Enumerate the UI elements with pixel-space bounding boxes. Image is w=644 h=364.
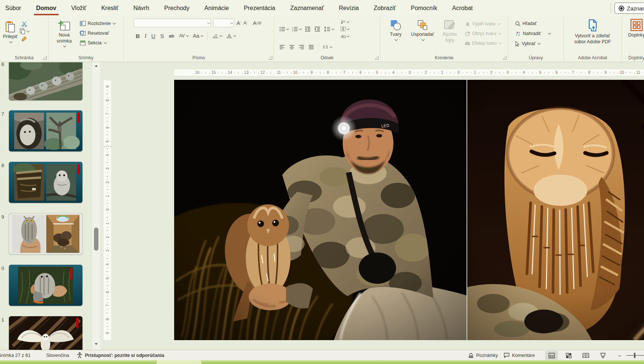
zoom-out-button[interactable]: − — [616, 351, 623, 360]
slide-thumbnail-31[interactable] — [9, 316, 82, 350]
font-color-button[interactable]: A — [226, 34, 235, 38]
menu-animacie[interactable]: Animácie — [197, 0, 236, 16]
menu-vlozit[interactable]: Vložiť — [64, 0, 94, 16]
menu-prezentacia[interactable]: Prezentácia — [236, 0, 283, 16]
shadow-button[interactable]: S — [160, 33, 164, 39]
slide-thumbnail-30[interactable] — [9, 265, 82, 306]
scissors-icon — [21, 21, 27, 27]
replace-label: Nahradiť — [523, 31, 541, 36]
vertical-ruler[interactable]: 9876543210123456789 — [104, 80, 111, 340]
view-reading-button[interactable] — [579, 351, 592, 360]
align-right-button[interactable] — [299, 45, 304, 50]
format-painter-button[interactable] — [20, 36, 29, 42]
strikethrough-button[interactable]: ab — [169, 33, 174, 39]
font-size-combo[interactable] — [213, 19, 234, 27]
columns-button[interactable] — [323, 45, 332, 49]
addins-button[interactable]: Doplnky — [622, 16, 644, 38]
view-slideshow-button[interactable] — [597, 351, 609, 360]
align-left-button[interactable] — [279, 45, 285, 50]
zoom-slider-thumb[interactable] — [634, 353, 635, 358]
group-label-addins: Doplnky — [622, 55, 644, 60]
section-button[interactable]: Sekcia — [79, 38, 116, 48]
menu-zaznamenat[interactable]: Zaznamenať — [283, 0, 332, 16]
underline-button[interactable]: U — [151, 33, 155, 39]
character-spacing-button[interactable]: AV — [179, 33, 188, 38]
slide-thumbnail-29[interactable] — [9, 213, 82, 254]
align-center-button[interactable] — [289, 45, 295, 50]
v-ruler-number: 4 — [105, 262, 110, 267]
language-indicator[interactable]: Slovenčina — [46, 353, 69, 358]
menu-prechody[interactable]: Prechody — [157, 0, 197, 16]
copy-button[interactable] — [20, 28, 29, 34]
arrange-chevron-icon — [421, 38, 424, 41]
reset-button[interactable]: Resetovať — [79, 28, 116, 38]
view-sorter-button[interactable] — [562, 351, 575, 360]
menu-acrobat[interactable]: Acrobat — [445, 0, 480, 16]
find-button[interactable]: Hľadať — [514, 19, 563, 28]
slide-thumbnail-26[interactable] — [9, 62, 82, 100]
new-slide-button[interactable]: Nová snímka — [51, 17, 78, 48]
convert-smartart-button[interactable] — [340, 34, 349, 38]
notes-button[interactable]: Poznámky — [468, 353, 498, 358]
arrange-button[interactable]: Usporiadať — [407, 16, 438, 47]
font-size-chevron-icon — [230, 21, 233, 24]
replace-button[interactable]: b c Nahradiť — [514, 29, 563, 38]
shapes-button[interactable]: Tvary — [384, 16, 407, 47]
increase-font-button[interactable]: Aˆ — [236, 19, 241, 27]
layout-button[interactable]: Rozloženie — [79, 19, 116, 28]
slide-counter[interactable]: Snímka 27 z 61 — [0, 353, 31, 358]
shape-outline-button[interactable]: Obrys tvaru — [464, 29, 502, 38]
bullets-button[interactable] — [279, 26, 288, 32]
accessibility-check[interactable]: Prístupnosť: pozrite si odporúčania — [76, 352, 164, 358]
menu-domov[interactable]: Domov — [29, 0, 64, 16]
quick-styles-button[interactable]: Rýchle štýly — [438, 16, 462, 47]
text-direction-button[interactable]: A — [340, 19, 349, 24]
menu-kreslit[interactable]: Kresliť — [94, 0, 126, 16]
change-case-button[interactable]: Aa — [193, 33, 202, 39]
clear-formatting-button[interactable]: A⌫ — [253, 19, 261, 27]
font-dialog-launcher[interactable] — [268, 56, 272, 60]
menu-zobrazit[interactable]: Zobraziť — [366, 0, 403, 16]
shape-effects-button[interactable]: Efekty tvaru — [464, 39, 502, 47]
cut-button[interactable] — [20, 21, 29, 27]
view-normal-button[interactable] — [545, 351, 558, 360]
bold-button[interactable]: B — [136, 33, 140, 39]
decrease-font-button[interactable]: Aˇ — [244, 19, 248, 27]
slide-thumbnail-28[interactable] — [9, 162, 82, 203]
thumb-number: 6 — [0, 62, 4, 67]
italic-button[interactable]: I — [145, 33, 147, 39]
drawing-dialog-launcher[interactable] — [503, 56, 506, 60]
menu-revizia[interactable]: Revízia — [332, 0, 366, 16]
thumbnail-scrollbar[interactable] — [92, 62, 100, 350]
line-spacing-button[interactable] — [324, 26, 333, 32]
replace-chevron-icon — [548, 31, 551, 34]
clipboard-dialog-launcher[interactable] — [43, 56, 47, 60]
record-button[interactable]: Zaznamenať — [615, 3, 644, 14]
paste-button[interactable]: Prilepiť — [3, 18, 18, 43]
numbering-button[interactable]: 123 — [292, 26, 301, 32]
comments-button[interactable]: Komentáre — [503, 352, 535, 358]
align-text-button[interactable] — [340, 26, 349, 31]
decrease-indent-button[interactable] — [305, 26, 311, 32]
menu-pomocnik[interactable]: Pomocník — [403, 0, 444, 16]
scrollbar-thumb[interactable] — [94, 228, 98, 251]
slide-photo-left[interactable]: LED — [174, 80, 466, 340]
scroll-down-icon[interactable] — [94, 342, 98, 346]
create-pdf-button[interactable]: Vytvoriť a zdieľať súbor Adobe PDF — [564, 16, 621, 45]
menu-navrh[interactable]: Návrh — [126, 0, 157, 16]
justify-button[interactable] — [308, 45, 314, 50]
line-spacing-icon — [324, 26, 330, 32]
increase-indent-button[interactable] — [314, 26, 320, 32]
find-label: Hľadať — [522, 21, 537, 26]
select-button[interactable]: Vybrať — [514, 40, 563, 48]
slide-photo-right[interactable] — [467, 80, 644, 340]
menu-subor[interactable]: Súbor — [0, 0, 29, 16]
horizontal-ruler[interactable]: 1615141312111098765432101234567891011 — [174, 69, 644, 76]
shape-fill-button[interactable]: Výplň tvaru — [464, 20, 502, 28]
slide-canvas[interactable]: LED — [174, 80, 644, 340]
highlight-color-button[interactable] — [213, 34, 222, 38]
font-name-combo[interactable] — [133, 19, 211, 27]
paragraph-dialog-launcher[interactable] — [375, 56, 378, 60]
slide-thumbnail-27[interactable] — [9, 110, 82, 151]
scroll-up-icon[interactable] — [94, 64, 98, 68]
